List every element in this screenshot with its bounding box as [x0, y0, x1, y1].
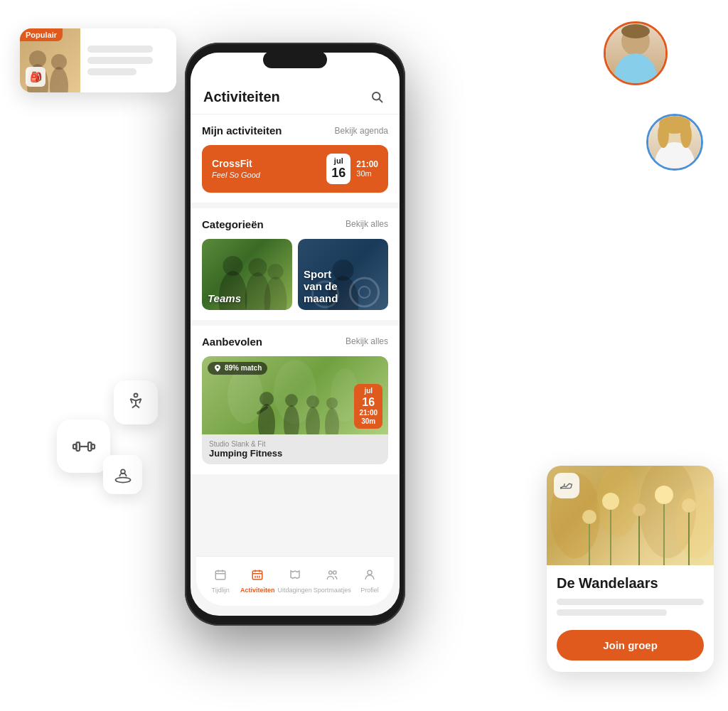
my-activities-link[interactable]: Bekijk agenda: [335, 126, 388, 136]
category-teams-label: Teams: [202, 287, 292, 310]
recommended-card[interactable]: 89% match jul 16 21:00 30m Studio Slank …: [202, 356, 388, 464]
sportmaatjes-icon: [326, 569, 338, 585]
wandelaars-body: De Wandelaars Join groep: [547, 565, 714, 672]
nav-tijdlijn[interactable]: Tijdlijn: [202, 569, 239, 594]
avatar-male-face: [606, 23, 665, 83]
categories-link[interactable]: Bekijk alles: [346, 219, 388, 229]
svg-point-42: [50, 67, 68, 92]
nav-uitdagingen[interactable]: Uitdagingen: [277, 569, 314, 594]
svg-point-63: [655, 486, 673, 504]
nav-profiel-label: Profiel: [360, 587, 379, 594]
svg-point-59: [602, 493, 619, 510]
profiel-icon: [363, 569, 376, 585]
populair-icon: 🎒: [26, 67, 46, 87]
activity-card[interactable]: CrossFit Feel So Good jul 16 21:00 30m: [202, 145, 388, 193]
activity-month: jul: [331, 156, 346, 166]
rec-class: Jumping Fitness: [209, 448, 381, 459]
nav-sportmaatjes[interactable]: Sportmaatjes: [314, 569, 351, 594]
wand-skeleton-2: [557, 609, 667, 616]
my-activities-section: Mijn activiteiten Bekijk agenda CrossFit…: [191, 114, 400, 203]
svg-point-14: [228, 367, 263, 424]
category-sport-label: Sport van de maand: [298, 262, 388, 310]
nav-activiteiten[interactable]: Activiteiten: [239, 569, 276, 594]
svg-line-1: [379, 99, 382, 102]
rec-day: 16: [359, 395, 378, 409]
svg-rect-30: [253, 571, 263, 579]
svg-point-51: [121, 469, 125, 474]
wandelaars-icon: [554, 473, 579, 498]
svg-rect-26: [215, 571, 225, 579]
phone-screen: Activiteiten Mijn activiteiten Bekijk ag…: [191, 53, 400, 616]
svg-point-3: [223, 256, 243, 276]
recommended-header: Aanbevolen Bekijk alles: [202, 336, 388, 348]
svg-point-39: [368, 570, 372, 574]
svg-point-43: [51, 54, 67, 70]
activity-date-box: jul 16: [326, 154, 350, 184]
svg-point-5: [249, 258, 267, 277]
match-text: 89% match: [225, 364, 262, 372]
nav-activiteiten-label: Activiteiten: [240, 587, 275, 594]
skeleton-2: [87, 57, 153, 64]
populair-content: [80, 28, 176, 92]
activity-name: CrossFit: [212, 158, 260, 169]
svg-point-38: [333, 571, 337, 574]
skeleton-1: [87, 46, 153, 53]
wandelaars-title: De Wandelaars: [557, 575, 704, 592]
nav-profiel[interactable]: Profiel: [351, 569, 388, 594]
avatar-male: [604, 21, 668, 85]
nav-tijdlijn-label: Tijdlijn: [212, 587, 230, 594]
gymnastics-icon: [125, 392, 146, 413]
rec-dur: 30m: [359, 417, 378, 426]
activity-time: jul 16 21:00 30m: [326, 154, 378, 184]
nav-uitdagingen-label: Uitdagingen: [278, 587, 312, 594]
svg-point-73: [680, 122, 692, 148]
recommended-section: Aanbevolen Bekijk alles: [191, 326, 400, 474]
join-groep-button[interactable]: Join groep: [557, 630, 704, 661]
populair-card: Populair 🎒: [20, 28, 176, 92]
male-silhouette: [611, 21, 660, 85]
categories-grid: Teams: [202, 239, 388, 310]
exercise-icon-yoga: [103, 455, 142, 494]
weights-icon: [71, 434, 97, 459]
yoga-icon: [113, 465, 133, 485]
category-teams[interactable]: Teams: [202, 239, 292, 310]
nav-sportmaatjes-label: Sportmaatjes: [314, 587, 351, 594]
match-icon: [213, 364, 222, 373]
my-activities-header: Mijn activiteiten Bekijk agenda: [202, 124, 388, 137]
svg-point-18: [259, 392, 274, 406]
svg-point-25: [326, 397, 338, 409]
svg-point-61: [633, 503, 646, 516]
exercise-icon-weights: [57, 419, 110, 473]
svg-point-41: [29, 50, 46, 68]
search-button[interactable]: [367, 87, 387, 107]
activity-info: CrossFit Feel So Good: [212, 158, 260, 179]
svg-point-67: [614, 53, 657, 85]
screen-body: Mijn activiteiten Bekijk agenda CrossFit…: [191, 114, 400, 578]
svg-point-44: [134, 394, 138, 397]
skeleton-3: [87, 68, 136, 75]
phone-notch: [263, 51, 327, 68]
wandelaars-image: [547, 466, 714, 565]
svg-point-57: [582, 510, 596, 524]
categories-section: Categorieën Bekijk alles: [191, 208, 400, 320]
screen-title: Activiteiten: [203, 89, 280, 105]
category-sport[interactable]: Sport van de maand: [298, 239, 388, 310]
svg-rect-46: [76, 442, 80, 451]
exercise-icon-gymnastics: [114, 380, 158, 424]
wandelaars-card: De Wandelaars Join groep: [547, 466, 714, 672]
activity-time-info: 21:00 30m: [356, 159, 378, 178]
svg-point-23: [306, 395, 319, 408]
recommended-link[interactable]: Bekijk alles: [346, 336, 388, 346]
activity-day: 16: [331, 166, 346, 181]
activity-subtitle: Feel So Good: [212, 171, 260, 179]
svg-point-7: [268, 264, 284, 279]
populair-image: Populair 🎒: [20, 28, 80, 92]
female-silhouette: [653, 114, 696, 171]
uitdagingen-icon: [289, 569, 301, 585]
shoe-icon: [559, 478, 574, 493]
avatar-female-face: [648, 116, 701, 169]
my-activities-title: Mijn activiteiten: [202, 124, 282, 137]
rec-studio: Studio Slank & Fit: [209, 440, 381, 448]
categories-title: Categorieën: [202, 218, 264, 230]
categories-header: Categorieën Bekijk alles: [202, 218, 388, 230]
